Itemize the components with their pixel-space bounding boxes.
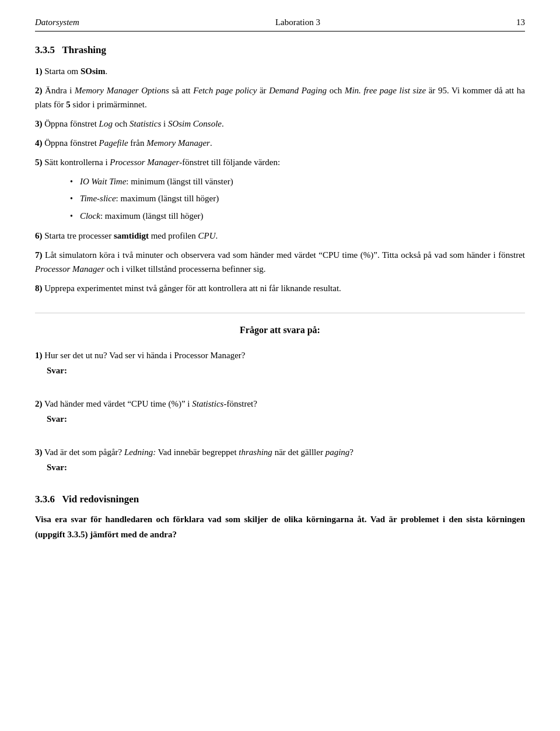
section-number: 3.3.5 [35,44,55,55]
bullet-text-3: Clock: maximum (längst till höger) [80,209,204,223]
question-block-1: 1) Hur ser det ut nu? Vad ser vi hända i… [35,348,525,376]
page-header: Datorsystem Laboration 3 13 [35,18,525,32]
section-336-heading: Vid redovisningen [62,494,139,505]
questions-title: Frågor att svara på: [35,325,525,335]
step-2: 2) Ändra i Memory Manager Options så att… [35,83,525,111]
bullet-dot-2: • [70,193,73,205]
bullet-item-3: • Clock: maximum (längst till höger) [70,209,525,223]
bullet-text-2: Time-slice: maximum (längst till höger) [80,191,219,205]
bullet-dot-1: • [70,176,73,188]
section-336-number: 3.3.6 [35,494,55,505]
closing-text: Visa era svar för handledaren och förkla… [35,512,525,542]
bullet-text-1: IO Wait Time: minimum (längst till vänst… [80,174,233,188]
step-8: 8) Upprepa experimentet minst två gånger… [35,281,525,295]
question-text-2: 2) Vad händer med värdet “CPU time (%)” … [35,397,525,411]
question-block-3: 3) Vad är det som pågår? Ledning: Vad in… [35,445,525,473]
content: 1) Starta om SOsim. 2) Ändra i Memory Ma… [35,64,525,295]
step-6: 6) Starta tre processer samtidigt med pr… [35,229,525,243]
bullet-list: • IO Wait Time: minimum (längst till vän… [70,174,525,223]
question-text-1: 1) Hur ser det ut nu? Vad ser vi hända i… [35,348,525,362]
page: Datorsystem Laboration 3 13 3.3.5 Thrash… [0,0,560,731]
bullet-item-1: • IO Wait Time: minimum (längst till vän… [70,174,525,188]
svar-label-2: Svar: [47,414,525,424]
section-336-title: 3.3.6 Vid redovisningen [35,494,525,505]
question-block-2: 2) Vad händer med värdet “CPU time (%)” … [35,397,525,424]
step-4: 4) Öppna fönstret Pagefile från Memory M… [35,136,525,150]
section-336: 3.3.6 Vid redovisningen Visa era svar fö… [35,494,525,542]
question-text-3: 3) Vad är det som pågår? Ledning: Vad in… [35,445,525,459]
step-3: 3) Öppna fönstret Log och Statistics i S… [35,117,525,131]
section-heading: Thrashing [62,44,106,55]
header-center: Laboration 3 [275,18,320,27]
header-left: Datorsystem [35,18,79,27]
bullet-dot-3: • [70,210,73,223]
section-title: 3.3.5 Thrashing [35,44,525,56]
svar-label-3: Svar: [47,463,525,473]
step-7: 7) Låt simulatorn köra i två minuter och… [35,248,525,276]
step-5: 5) Sätt kontrollerna i Processor Manager… [35,155,525,169]
bullet-item-2: • Time-slice: maximum (längst till höger… [70,191,525,205]
step-1: 1) Starta om SOsim. [35,64,525,78]
svar-label-1: Svar: [47,366,525,376]
header-right: 13 [516,18,525,27]
questions-section: Frågor att svara på: 1) Hur ser det ut n… [35,313,525,473]
